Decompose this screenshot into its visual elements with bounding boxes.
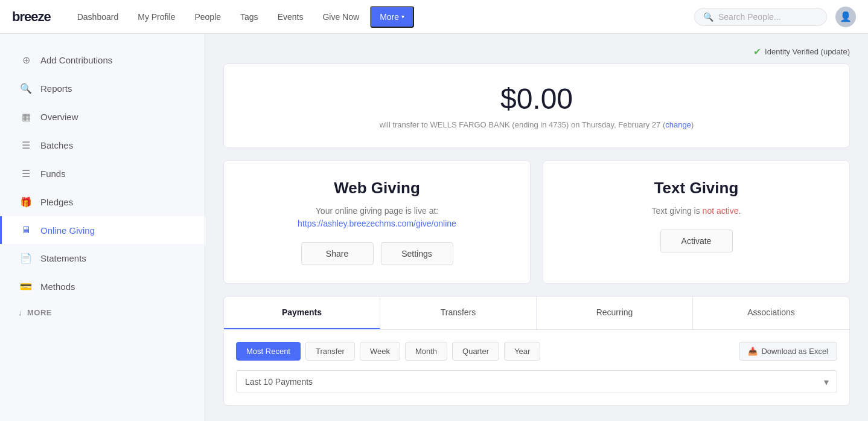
search-icon: 🔍: [703, 12, 713, 22]
search-bar: 🔍: [694, 8, 827, 26]
sidebar-label-overview: Overview: [40, 112, 78, 122]
payments-select-wrap: Last 10 Payments Last 25 Payments Last 5…: [236, 370, 837, 393]
nav-events[interactable]: Events: [269, 7, 312, 27]
main-content: ✔ Identity Verified (update) $0.00 will …: [205, 34, 868, 421]
tab-payments[interactable]: Payments: [224, 297, 380, 329]
avatar-icon: 👤: [840, 11, 852, 22]
text-giving-status: not active: [703, 206, 739, 216]
sidebar-item-statements[interactable]: 📄 Statements: [0, 244, 205, 272]
text-giving-card: Text Giving Text giving is not active. A…: [543, 160, 850, 284]
nav-dashboard[interactable]: Dashboard: [69, 7, 127, 27]
sidebar-label-batches: Batches: [40, 140, 73, 150]
logo: breeze: [12, 9, 51, 25]
search-input[interactable]: [718, 12, 809, 22]
nav-my-profile[interactable]: My Profile: [129, 7, 183, 27]
sidebar-item-reports[interactable]: 🔍 Reports: [0, 74, 205, 103]
tabs-card: Payments Transfers Recurring Association…: [223, 296, 850, 406]
settings-button[interactable]: Settings: [381, 242, 453, 265]
nav-more-button[interactable]: More ▾: [370, 6, 414, 28]
nav-tags[interactable]: Tags: [232, 7, 267, 27]
nav-give-now[interactable]: Give Now: [314, 7, 368, 27]
gift-icon: 🎁: [20, 196, 32, 208]
text-giving-desc: Text giving is not active.: [558, 205, 835, 217]
activate-button[interactable]: Activate: [660, 230, 733, 252]
top-navigation: breeze Dashboard My Profile People Tags …: [0, 0, 868, 34]
sidebar-label-add-contributions: Add Contributions: [40, 55, 112, 65]
tab-content-payments: Most Recent Transfer Week Month Quarter …: [224, 330, 849, 405]
filter-year[interactable]: Year: [504, 342, 540, 361]
sidebar-label-online-giving: Online Giving: [40, 225, 95, 236]
chevron-down-icon: ↓: [18, 308, 22, 317]
transfer-amount: $0.00: [236, 82, 837, 115]
tab-recurring[interactable]: Recurring: [537, 297, 693, 329]
change-link[interactable]: change: [665, 120, 691, 129]
filter-week[interactable]: Week: [360, 342, 400, 361]
filter-most-recent[interactable]: Most Recent: [236, 342, 301, 361]
web-giving-buttons: Share Settings: [238, 242, 515, 265]
tabs-header: Payments Transfers Recurring Association…: [224, 297, 849, 330]
filter-month[interactable]: Month: [405, 342, 447, 361]
sidebar-label-methods: Methods: [40, 281, 75, 292]
tab-associations[interactable]: Associations: [693, 297, 849, 329]
plus-circle-icon: ⊕: [20, 54, 32, 66]
giving-cards-row: Web Giving Your online giving page is li…: [223, 160, 850, 284]
sidebar-more-button[interactable]: ↓ MORE: [0, 301, 205, 324]
web-giving-desc: Your online giving page is live at: http…: [238, 205, 515, 230]
nav-people[interactable]: People: [186, 7, 229, 27]
web-giving-card: Web Giving Your online giving page is li…: [223, 160, 531, 284]
web-giving-url-link[interactable]: https://ashley.breezechms.com/give/onlin…: [298, 219, 456, 228]
sidebar-item-pledges[interactable]: 🎁 Pledges: [0, 188, 205, 216]
verified-check-icon: ✔: [753, 46, 761, 57]
web-giving-title: Web Giving: [238, 179, 515, 198]
sidebar-label-reports: Reports: [40, 83, 72, 94]
chart-icon: ▦: [20, 111, 32, 123]
sidebar-item-online-giving[interactable]: 🖥 Online Giving: [0, 216, 205, 244]
share-button[interactable]: Share: [301, 242, 374, 265]
page-layout: ⊕ Add Contributions 🔍 Reports ▦ Overview…: [0, 34, 868, 421]
filter-row: Most Recent Transfer Week Month Quarter …: [236, 342, 837, 361]
tab-transfers[interactable]: Transfers: [380, 297, 537, 329]
sidebar-item-funds[interactable]: ☰ Funds: [0, 159, 205, 188]
sidebar-item-overview[interactable]: ▦ Overview: [0, 103, 205, 131]
transfer-card: $0.00 will transfer to WELLS FARGO BANK …: [223, 63, 850, 148]
sidebar-item-methods[interactable]: 💳 Methods: [0, 272, 205, 301]
chevron-down-icon: ▾: [401, 13, 404, 20]
document-icon: 📄: [20, 252, 32, 264]
sidebar-label-pledges: Pledges: [40, 197, 73, 207]
monitor-icon: 🖥: [20, 225, 32, 236]
filter-transfer[interactable]: Transfer: [305, 342, 355, 361]
sidebar: ⊕ Add Contributions 🔍 Reports ▦ Overview…: [0, 34, 205, 421]
identity-bar: ✔ Identity Verified (update): [223, 46, 850, 57]
funds-icon: ☰: [20, 168, 32, 179]
filter-quarter[interactable]: Quarter: [452, 342, 499, 361]
text-giving-title: Text Giving: [558, 179, 835, 198]
list-icon: ☰: [20, 140, 32, 151]
payments-select[interactable]: Last 10 Payments Last 25 Payments Last 5…: [236, 370, 837, 393]
sidebar-item-add-contributions[interactable]: ⊕ Add Contributions: [0, 46, 205, 74]
transfer-description: will transfer to WELLS FARGO BANK (endin…: [236, 120, 837, 129]
credit-card-icon: 💳: [20, 281, 32, 292]
download-excel-button[interactable]: 📥 Download as Excel: [739, 342, 837, 361]
avatar[interactable]: 👤: [835, 7, 856, 27]
nav-links: Dashboard My Profile People Tags Events …: [69, 6, 694, 28]
download-icon: 📥: [748, 347, 758, 356]
sidebar-label-statements: Statements: [40, 253, 86, 263]
text-giving-buttons: Activate: [558, 230, 835, 252]
sidebar-label-funds: Funds: [40, 169, 66, 179]
search-icon: 🔍: [20, 83, 32, 94]
sidebar-item-batches[interactable]: ☰ Batches: [0, 131, 205, 159]
identity-text[interactable]: Identity Verified (update): [765, 47, 850, 56]
